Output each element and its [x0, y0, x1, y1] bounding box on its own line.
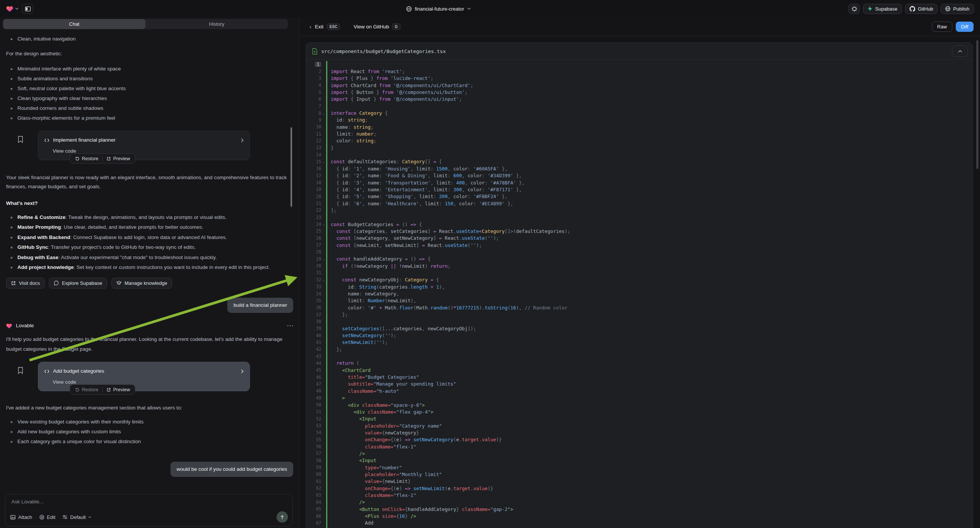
quick-action-row: Visit docs Explore Supabase Manage knowl… [6, 278, 293, 289]
fold-toggle-icon[interactable]: ⌄ [321, 222, 326, 226]
version-card-header: Implement financial planner [45, 136, 243, 144]
code-line: 67 Add [306, 520, 972, 526]
topbar-left [0, 4, 33, 14]
collapse-file-button[interactable] [952, 45, 968, 57]
code-line: 49 > [306, 395, 972, 401]
version-card-implement-financial-planner[interactable]: Implement financial planner View code Re… [38, 131, 250, 160]
settings-button[interactable] [848, 4, 860, 14]
explore-supabase-label: Explore Supabase [62, 280, 102, 286]
tab-chat[interactable]: Chat [3, 19, 145, 29]
chevron-down-icon [15, 8, 19, 10]
code-line: 28 [306, 248, 972, 255]
fold-toggle-icon[interactable]: ⌄ [321, 278, 326, 282]
external-link-icon [11, 281, 16, 286]
publish-button[interactable]: Publish [940, 4, 974, 14]
supabase-button[interactable]: Supabase [863, 4, 902, 14]
lovable-heart-icon [6, 323, 12, 329]
restore-label: Restore [82, 156, 99, 161]
external-link-icon [107, 156, 111, 161]
chat-bubble-icon [54, 281, 59, 286]
preview-button[interactable]: Preview [103, 385, 134, 394]
code-line: 25 const [categories, setCategories] = R… [306, 227, 972, 234]
code-line: 40 setNewCategory(''); [306, 332, 972, 339]
sliders-icon [62, 515, 67, 519]
tab-history[interactable]: History [145, 19, 288, 29]
composer-toolbar: Attach Edit Default [10, 511, 288, 523]
view-on-github-label: View on GitHub [353, 24, 389, 30]
code-line: 37 }; [306, 311, 972, 318]
sidebar-toggle-button[interactable] [22, 4, 33, 14]
chevron-down-icon [88, 516, 91, 518]
view-on-github-button[interactable]: View on GitHub G [353, 24, 400, 30]
code-line: 11 limit: number; [306, 130, 972, 137]
chevron-right-icon [241, 138, 243, 142]
assistant-name: Lovable [16, 322, 34, 329]
manage-knowledge-button[interactable]: Manage knowledge [111, 278, 172, 289]
more-options-icon[interactable] [287, 325, 293, 326]
gear-icon [851, 6, 857, 12]
code-line: 27 const [newLimit, setNewLimit] = React… [306, 242, 972, 248]
code-line: 62 onChange={(e) => setNewLimit(e.target… [306, 485, 972, 491]
code-icon [45, 369, 49, 374]
lovable-logo-menu[interactable] [6, 6, 19, 12]
list-item: Add new budget categories with custom li… [6, 427, 293, 437]
fold-toggle-icon[interactable]: ⌄ [321, 111, 326, 115]
code-line: 1 [306, 61, 972, 68]
code-line: 2import React from 'react'; [306, 68, 972, 75]
code-line: 5import { Button } from '@/components/ui… [306, 89, 972, 95]
restore-label: Restore [82, 387, 99, 393]
list-item: View existing budget categories with the… [6, 417, 293, 427]
code-icon [45, 138, 49, 142]
send-button[interactable] [277, 511, 288, 523]
version-card-add-budget-categories[interactable]: Add budget categories View code Restore … [38, 362, 250, 391]
code-line: 30 if (!newCategory || !newLimit) return… [306, 262, 972, 269]
fold-toggle-icon[interactable]: ⌄ [321, 160, 326, 164]
chat-scrollbar-thumb[interactable] [291, 127, 292, 207]
version-actions-pill: Restore Preview [70, 153, 135, 164]
list-item: Clean, intuitive navigation [6, 34, 293, 44]
chat-input[interactable] [11, 498, 287, 511]
version-card-row: Implement financial planner View code Re… [6, 131, 293, 160]
list-item: Rounded corners and subtle shadows [6, 103, 293, 113]
attach-image-icon [10, 515, 16, 520]
code-line: 20 { id: '5', name: 'Shopping', limit: 2… [306, 193, 972, 200]
exit-button[interactable]: ‹ Exit ESC [310, 24, 340, 30]
bookmark-icon[interactable] [18, 367, 24, 374]
list-item: Refine & Customize: Tweak the design, an… [6, 213, 293, 222]
design-bullet-list: Minimalist interface with plenty of whit… [6, 64, 293, 123]
list-item: Each category gets a unique color for vi… [6, 437, 293, 447]
code-line: 53 placeholder="Category name" [306, 422, 972, 429]
preview-button[interactable]: Preview [103, 154, 134, 163]
code-scrollbar-thumb[interactable] [976, 40, 978, 169]
version-card-row: Add budget categories View code Restore … [6, 362, 293, 391]
code-line: 68 </Button> [306, 526, 972, 528]
fold-toggle-icon[interactable]: ⌄ [321, 257, 326, 261]
esc-shortcut-badge: ESC [327, 24, 340, 30]
composer: Attach Edit Default [5, 494, 293, 526]
diff-view-button[interactable]: Diff [956, 22, 974, 32]
github-button[interactable]: GitHub [905, 4, 937, 14]
project-switcher[interactable]: financial-future-creator [406, 0, 471, 17]
explore-supabase-button[interactable]: Explore Supabase [49, 278, 107, 289]
visit-docs-button[interactable]: Visit docs [6, 278, 45, 289]
code-line: 12 color: string; [306, 137, 972, 144]
code-line: 13} [306, 144, 972, 151]
list-item: Glass-morphic elements for a premium fee… [6, 113, 293, 123]
attach-button[interactable]: Attach [10, 514, 32, 520]
code-line: 50 <div className="space-y-6"> [306, 401, 972, 408]
restore-button[interactable]: Restore [71, 154, 102, 163]
code-line: 44 return ( [306, 360, 972, 367]
edit-button[interactable]: Edit [40, 514, 55, 520]
raw-view-button[interactable]: Raw [932, 22, 952, 32]
ready-paragraph: Your sleek financial planner is now read… [6, 173, 293, 191]
next-steps-list: Refine & Customize: Tweak the design, an… [6, 213, 293, 272]
lovable-heart-icon [6, 6, 13, 12]
code-line: 31 [306, 269, 972, 276]
restore-button[interactable]: Restore [71, 385, 102, 394]
list-item: Expand with Backend: Connect Supabase to… [6, 232, 293, 242]
code-line: 32⌄ const newCategoryObj: Category = { [306, 277, 972, 283]
code-line: 36 color: '#' + Math.floor(Math.random()… [306, 304, 972, 311]
bookmark-icon[interactable] [18, 136, 24, 143]
code-line: 23 [306, 214, 972, 221]
mode-select[interactable]: Default [62, 514, 91, 520]
